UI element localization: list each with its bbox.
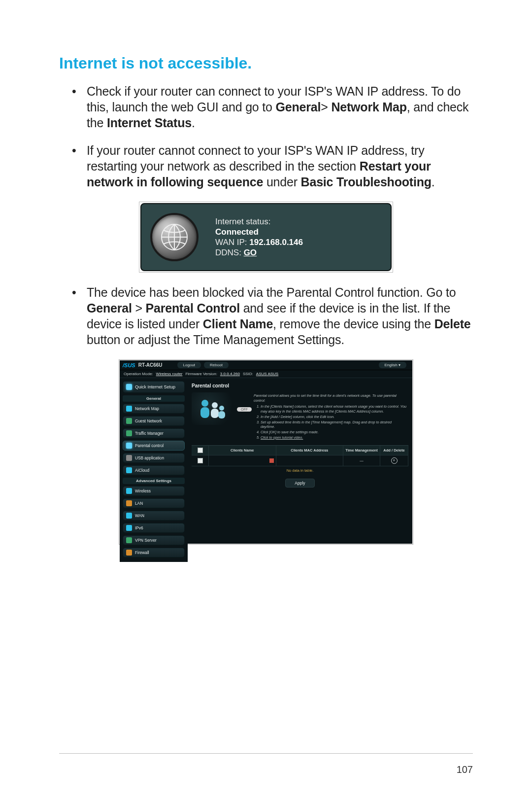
tutorial-link[interactable]: Click to open tutorial video. (261, 435, 303, 440)
label: LAN (135, 501, 143, 506)
status-card: Internet status: Connected WAN IP: 192.1… (140, 203, 392, 271)
client-mac-input[interactable] (276, 455, 344, 466)
brand-logo: /SUS (123, 362, 135, 368)
sidebar-item-usb-application[interactable]: USB application (123, 453, 185, 463)
time-cell: — (343, 455, 380, 466)
no-data-message: No data in table. (192, 466, 408, 475)
text: . (192, 116, 195, 130)
logout-button[interactable]: Logout (177, 362, 201, 368)
wan-ip-label: WAN IP: (215, 238, 249, 247)
label: Network Map (135, 406, 159, 411)
step-1: In the [Clients Name] column, select the… (261, 404, 406, 414)
wand-icon (126, 384, 132, 390)
gui-header: /SUS RT-AC66U Logout Reboot English ▾ (120, 360, 412, 370)
ssid-value: ASUS ASUS (256, 372, 278, 376)
sidebar-header-general: General (123, 395, 185, 402)
apply-button[interactable]: Apply (285, 479, 314, 488)
parental-description: Parental control allows you to set the t… (252, 392, 408, 441)
client-name-input[interactable] (209, 455, 276, 466)
router-gui: /SUS RT-AC66U Logout Reboot English ▾ Op… (120, 360, 412, 544)
firmware-value[interactable]: 3.0.0.4.260 (220, 372, 240, 376)
firewall-icon (126, 550, 132, 556)
sidebar-item-wireless[interactable]: Wireless (123, 486, 185, 496)
panel-title: Parental control (192, 383, 408, 388)
reboot-button[interactable]: Reboot (204, 362, 229, 368)
sidebar-header-advanced: Advanced Settings (123, 478, 185, 484)
svg-point-7 (219, 406, 224, 411)
model-label: RT-AC66U (138, 362, 163, 368)
cloud-icon (126, 467, 132, 473)
instruction-list: Check if your router can connect to your… (72, 83, 473, 190)
page-number: 107 (457, 764, 473, 775)
bold-general: General (276, 100, 321, 114)
firmware-label: Firmware Version: (185, 372, 217, 376)
op-mode-label: Operation Mode: (124, 372, 153, 376)
label: IPv6 (135, 525, 143, 530)
step-3: Set up allowed time limits in the [Time … (261, 420, 406, 429)
wan-ip-row: WAN IP: 192.168.0.146 (215, 238, 303, 247)
label: Parental control (135, 443, 164, 448)
svg-rect-4 (200, 407, 209, 418)
sidebar-item-lan[interactable]: LAN (123, 498, 185, 508)
section-title: Internet is not accessible. (59, 54, 473, 72)
parental-illustration (192, 392, 232, 425)
step-4: Click [OK] to save the settings made. (261, 430, 406, 435)
label: Firewall (135, 550, 149, 555)
language-select[interactable]: English ▾ (379, 362, 406, 368)
header-clients-name: Clients Name (209, 446, 276, 455)
sidebar-item-firewall[interactable]: Firewall (123, 548, 185, 558)
sidebar-item-wan[interactable]: WAN (123, 511, 185, 521)
bold-network-map: Network Map (331, 100, 406, 114)
sidebar-item-vpn-server[interactable]: VPN Server (123, 535, 185, 545)
status-value: Connected (215, 227, 303, 237)
wan-icon (126, 513, 132, 519)
lan-icon (126, 500, 132, 506)
header-checkbox[interactable] (192, 446, 209, 455)
traffic-icon (126, 430, 132, 436)
header-time-management: Time Management (343, 446, 380, 455)
add-button[interactable]: + (380, 455, 408, 466)
sidebar-item-traffic-manager[interactable]: Traffic Manager (123, 428, 185, 438)
bold-general: General (87, 301, 132, 315)
svg-rect-8 (218, 411, 225, 418)
label: Guest Network (135, 418, 162, 423)
ddns-row: DDNS: GO (215, 248, 303, 258)
ssid-label: SSID: (243, 372, 253, 376)
sidebar-item-aicloud[interactable]: AiCloud (123, 465, 185, 475)
ddns-go-link[interactable]: GO (244, 248, 257, 257)
sidebar-item-parental-control[interactable]: Parental control (123, 441, 185, 451)
sidebar-item-ipv6[interactable]: IPv6 (123, 523, 185, 533)
quick-internet-setup-button[interactable]: Quick Internet Setup (123, 381, 185, 393)
sidebar-item-network-map[interactable]: Network Map (123, 404, 185, 414)
instruction-list-2: The device has been blocked via the Pare… (72, 284, 473, 348)
op-mode-value[interactable]: Wireless router (156, 372, 183, 376)
map-icon (126, 406, 132, 412)
instruction-item-1: Check if your router can connect to your… (72, 83, 473, 131)
text: button or adjust the Time Management Set… (87, 333, 344, 347)
step-5: Click to open tutorial video. (261, 435, 406, 440)
parental-table: Clients Name Clients MAC Address Time Ma… (192, 445, 408, 475)
svg-rect-6 (211, 409, 219, 418)
label: AiCloud (135, 468, 149, 473)
vpn-icon (126, 537, 132, 543)
instruction-item-3: The device has been blocked via the Pare… (72, 284, 473, 348)
wan-ip-value: 192.168.0.146 (249, 238, 303, 247)
globe-icon (150, 213, 199, 261)
dropdown-icon[interactable] (269, 458, 274, 463)
text: > (321, 100, 331, 114)
guest-icon (126, 418, 132, 424)
parental-toggle[interactable]: OFF (237, 407, 252, 412)
gui-status-row: Operation Mode: Wireless router Firmware… (120, 370, 412, 378)
bold-delete: Delete (434, 317, 471, 331)
toggle-wrap: OFF (234, 392, 252, 441)
wifi-icon (126, 488, 132, 494)
text: > (132, 301, 146, 315)
text: The device has been blocked via the Pare… (87, 285, 456, 299)
text: , remove the device using the (273, 317, 434, 331)
label: Quick Internet Setup (135, 384, 175, 389)
label: Wireless (135, 488, 151, 493)
row-checkbox[interactable] (192, 455, 209, 466)
sidebar-item-guest-network[interactable]: Guest Network (123, 416, 185, 426)
label: Traffic Manager (135, 431, 164, 436)
status-text: Internet status: Connected WAN IP: 192.1… (215, 216, 303, 258)
